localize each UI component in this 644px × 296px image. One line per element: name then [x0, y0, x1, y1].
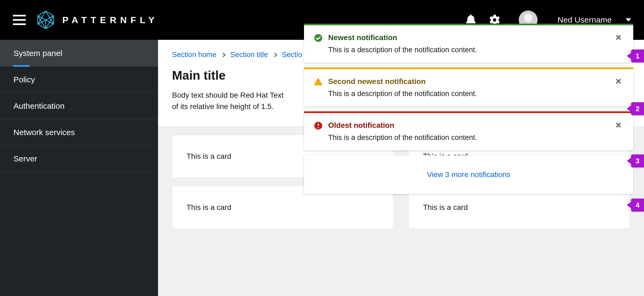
page-description-line: Body text should be Red Hat Text	[172, 91, 284, 99]
sidebar-item-network-services[interactable]: Network services	[0, 119, 158, 146]
alert-close-button[interactable]	[614, 77, 623, 86]
page-description-line: of its relative line height of 1.5.	[172, 102, 274, 111]
alert-title: Second newest notification	[328, 77, 608, 86]
chevron-right-icon	[273, 52, 277, 57]
check-circle-icon	[314, 34, 322, 42]
alert-warning: Second newest notification This is a des…	[304, 68, 633, 107]
card-text: This is a card	[187, 203, 231, 212]
close-icon	[615, 78, 622, 85]
sidebar-item-system-panel[interactable]: System panel	[0, 40, 158, 66]
sidebar-item-label: Authentication	[13, 101, 65, 111]
alert-group: Newest notification This is a descriptio…	[304, 24, 644, 194]
brand-logo[interactable]: PATTERNFLY	[36, 10, 158, 30]
overflow-link[interactable]: View 3 more notifications	[427, 170, 510, 179]
sidebar-item-label: Network services	[13, 128, 75, 137]
alert-danger: Oldest notification This is a descriptio…	[304, 111, 633, 150]
alert-close-button[interactable]	[614, 121, 623, 130]
user-name: Ned Username	[557, 15, 612, 24]
user-dropdown[interactable]: Ned Username	[557, 15, 631, 24]
alert-title: Newest notification	[328, 33, 608, 42]
close-icon	[615, 34, 622, 41]
alert-success: Newest notification This is a descriptio…	[304, 24, 633, 63]
sidebar-item-authentication[interactable]: Authentication	[0, 93, 158, 119]
alert-overflow: View 3 more notifications	[304, 155, 633, 194]
nav-toggle-button[interactable]	[13, 15, 26, 25]
caret-down-icon	[626, 18, 631, 22]
alert-title: Oldest notification	[328, 121, 608, 130]
alert-close-button[interactable]	[614, 33, 623, 42]
chevron-right-icon	[221, 52, 226, 57]
exclamation-triangle-icon	[314, 78, 322, 86]
sidebar-item-label: Server	[13, 154, 37, 163]
alert-description: This is a description of the notificatio…	[328, 90, 608, 98]
sidebar-nav: System panel Policy Authentication Netwo…	[0, 40, 158, 296]
card-text: This is a card	[187, 152, 231, 161]
exclamation-circle-icon	[314, 122, 322, 130]
sidebar-item-label: System panel	[13, 49, 62, 58]
patternfly-logo-icon	[36, 10, 55, 30]
sidebar-item-label: Policy	[13, 75, 35, 84]
brand-text: PATTERNFLY	[62, 15, 158, 25]
alert-description: This is a description of the notificatio…	[328, 46, 608, 54]
close-icon	[615, 122, 622, 129]
sidebar-item-server[interactable]: Server	[0, 146, 158, 172]
alert-description: This is a description of the notificatio…	[328, 133, 608, 142]
sidebar-item-policy[interactable]: Policy	[0, 66, 158, 93]
breadcrumb-link[interactable]: Section title	[230, 51, 268, 59]
app-root: PATTERNFLY Ned Username System panel Pol…	[0, 0, 644, 296]
breadcrumb-link[interactable]: Section home	[172, 51, 216, 59]
card-text: This is a card	[423, 203, 468, 212]
breadcrumb-link[interactable]: Sectio	[282, 51, 302, 59]
